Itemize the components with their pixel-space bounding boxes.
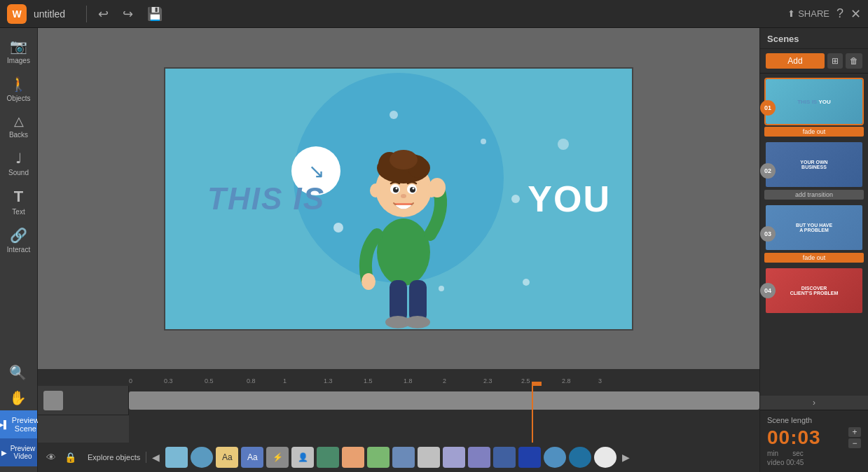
ruler-mark-4: 1 (283, 377, 287, 384)
redo-button[interactable]: ↪ (118, 5, 137, 23)
track-thumb (43, 391, 63, 410)
object-chip-10[interactable] (443, 447, 465, 468)
object-chip-3[interactable]: ⚡ (266, 447, 289, 468)
video-label: vídeo 00:45 (767, 459, 861, 466)
timeline-tracks[interactable] (129, 386, 759, 443)
sidebar-item-objects[interactable]: 🚶 Objects (1, 71, 36, 106)
ruler-mark-5: 1.3 (324, 377, 333, 384)
scene-transition-3[interactable]: fade out (764, 253, 864, 263)
scene-transition-1[interactable]: fade out (764, 127, 864, 137)
scene-item-4: 04 DISCOVERCLIENT'S PROBLEM (764, 267, 864, 314)
scene-thumb-4[interactable]: DISCOVERCLIENT'S PROBLEM (764, 267, 864, 314)
bottom-bar: 👁 🔒 Explore objects ◀ Aa Aa ⚡ 👤 (38, 443, 759, 472)
ruler-mark-9: 2.3 (483, 377, 492, 384)
scene-text-right: YOU (528, 178, 611, 220)
zoom-button[interactable]: 🔍 (0, 360, 35, 385)
sidebar-label-images: Images (7, 57, 30, 64)
preview-video-label: Preview Vídeo (10, 445, 36, 460)
object-chip-7[interactable] (367, 447, 390, 468)
scene-thumb-2[interactable]: YOUR OWNBUSINESS (764, 141, 864, 188)
main-area: 📷 Images 🚶 Objects △ Backs ♩ Sound T Tex… (0, 28, 868, 472)
scene-item-2: 02 YOUR OWNBUSINESS add transition (764, 141, 864, 201)
ruler-mark-11: 2.8 (562, 377, 571, 384)
close-button[interactable]: ✕ (850, 6, 861, 22)
object-chip-11[interactable] (468, 447, 490, 468)
arrow-down-right-icon: ↘ (308, 160, 324, 183)
text-icon: T (14, 188, 23, 206)
scene-item-1: 01 THIS IS YOU fade out (764, 78, 864, 138)
scene-thumb-1[interactable]: THIS IS YOU (764, 78, 864, 125)
character-svg (354, 112, 453, 331)
hand-button[interactable]: ✋ (0, 385, 35, 410)
dot-6 (523, 279, 530, 286)
sidebar-item-interact[interactable]: 🔗 Interact (1, 223, 36, 258)
help-button[interactable]: ? (836, 6, 843, 21)
object-chip-9[interactable] (418, 447, 440, 468)
svg-point-5 (390, 150, 418, 169)
visibility-toggle-button[interactable]: 👁 (43, 450, 59, 464)
object-chip-8[interactable] (392, 447, 415, 468)
timeline-clip[interactable] (129, 391, 759, 410)
object-chip-15[interactable] (569, 447, 591, 468)
share-button[interactable]: ⬆ SHARE (787, 8, 829, 19)
objects-icon: 🚶 (10, 76, 27, 92)
scene-length-panel: Scene length 00:03 + − min sec vídeo 00:… (760, 410, 868, 472)
sidebar-label-interact: Interact (7, 246, 30, 254)
object-chip-2[interactable] (191, 447, 213, 468)
svg-point-0 (377, 218, 430, 286)
sidebar-item-sound[interactable]: ♩ Sound (1, 146, 36, 181)
topbar-actions: ↩ ↪ 💾 (94, 5, 167, 23)
timeline-ruler: 0 0.3 0.5 0.8 1 1.3 1.5 1.8 2 2.3 2.5 2.… (38, 369, 759, 386)
topbar: W untitled ↩ ↪ 💾 ⬆ SHARE ? ✕ (0, 0, 868, 28)
canvas-area: ↘ THIS IS YOU (38, 28, 759, 472)
scene-length-minus-button[interactable]: − (848, 438, 861, 448)
scene-thumb-3[interactable]: BUT YOU HAVEA PROBLEM (764, 204, 864, 251)
object-chip-12[interactable] (493, 447, 516, 468)
scene-length-plus-button[interactable]: + (848, 427, 861, 437)
preview-scene-button[interactable]: ▶▌ Preview Scene (0, 410, 37, 439)
scenes-duplicate-button[interactable]: ⊞ (827, 53, 843, 69)
sidebar-item-text[interactable]: T Text (1, 183, 36, 220)
sidebar-bottom: 🔍 ✋ ▶▌ Preview Scene ▶ Preview Vídeo (0, 360, 37, 466)
playhead-marker (532, 382, 542, 386)
object-chip-16[interactable] (594, 447, 616, 468)
timeline-playhead (532, 386, 533, 443)
zoom-icon: 🔍 (9, 364, 27, 381)
scene-length-units: min sec (767, 450, 861, 457)
sidebar-item-backs[interactable]: △ Backs (1, 109, 36, 143)
ruler-mark-3: 0.8 (247, 377, 256, 384)
preview-video-button[interactable]: ▶ Preview Vídeo (0, 439, 37, 466)
scenes-list: 01 THIS IS YOU fade out 02 YOUR OWN (760, 74, 868, 396)
scenes-delete-button[interactable]: 🗑 (846, 53, 862, 69)
dot-3 (333, 223, 343, 232)
dot-7 (511, 195, 520, 203)
scene-badge-4: 04 (760, 283, 776, 298)
sidebar-item-images[interactable]: 📷 Images (1, 34, 36, 69)
object-chip-4[interactable]: 👤 (291, 447, 314, 468)
object-chip-5[interactable] (317, 447, 339, 468)
ruler-mark-6: 1.5 (364, 377, 373, 384)
save-button[interactable]: 💾 (143, 5, 167, 23)
object-chip-1[interactable] (165, 447, 188, 468)
ruler-mark-8: 2 (443, 377, 446, 384)
scenes-expand-button[interactable]: › (760, 396, 868, 410)
ruler-mark-2: 0.5 (205, 377, 214, 384)
prev-objects-button[interactable]: ◀ (149, 450, 163, 464)
preview-video-icon: ▶ (1, 449, 7, 457)
object-chip-text-1[interactable]: Aa (216, 447, 238, 468)
scene-length-label: Scene length (767, 416, 861, 424)
undo-button[interactable]: ↩ (94, 5, 113, 23)
scene-add-transition-2[interactable]: add transition (764, 190, 864, 200)
object-chip-13[interactable] (518, 447, 541, 468)
object-chip-text-2[interactable]: Aa (241, 447, 263, 468)
min-label: min (767, 450, 778, 457)
object-chip-14[interactable] (544, 447, 566, 468)
next-objects-button[interactable]: ▶ (619, 450, 633, 464)
scenes-add-button[interactable]: Add (766, 53, 825, 69)
ruler-mark-7: 1.8 (404, 377, 413, 384)
ruler-mark-1: 0.3 (164, 377, 173, 384)
lock-toggle-button[interactable]: 🔒 (62, 450, 79, 464)
ruler-mark-0: 0 (129, 377, 132, 384)
explore-objects-button[interactable]: Explore objects (82, 452, 146, 463)
object-chip-6[interactable] (342, 447, 364, 468)
